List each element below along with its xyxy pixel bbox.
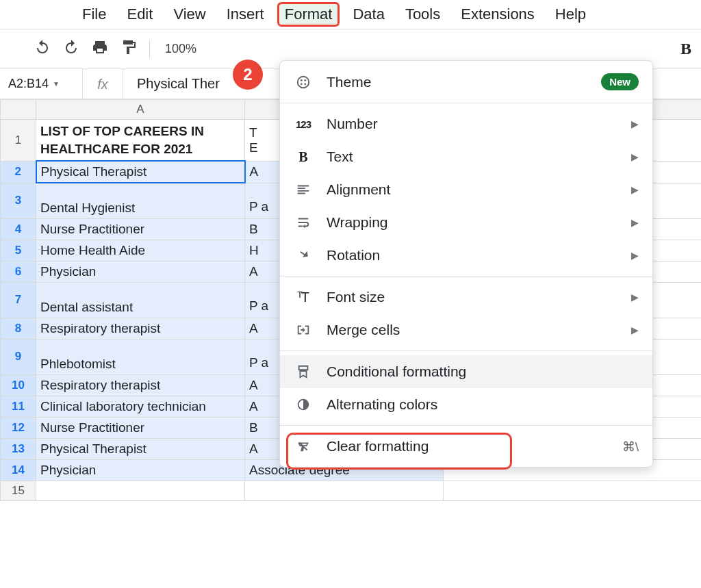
cell[interactable]: Nurse Practitioner [36, 218, 245, 240]
menu-item-alternating-colors[interactable]: Alternating colors [280, 388, 652, 421]
undo-icon[interactable] [34, 39, 51, 59]
redo-icon[interactable] [63, 39, 79, 59]
format-menu-dropdown: Theme New 123 Number ▶ B Text ▶ Alignmen… [279, 60, 653, 468]
cell[interactable]: Dental assistant [36, 282, 245, 318]
separator [149, 40, 150, 59]
cell[interactable]: Phlebotomist [36, 339, 245, 374]
row-header[interactable]: 6 [1, 261, 36, 282]
paint-format-icon[interactable] [120, 39, 137, 59]
cell[interactable] [36, 481, 245, 500]
menu-data[interactable]: Data [353, 5, 384, 23]
menu-item-alignment[interactable]: Alignment ▶ [280, 173, 652, 206]
row-header[interactable]: 5 [1, 240, 36, 261]
menu-item-label: Number [327, 116, 617, 132]
cell[interactable]: Physician [36, 261, 245, 282]
menubar: FileEditViewInsertFormatDataToolsExtensi… [0, 0, 701, 29]
print-icon[interactable] [92, 39, 108, 59]
clear-icon [294, 439, 313, 454]
svg-point-1 [301, 79, 303, 81]
menu-format[interactable]: Format [277, 2, 340, 27]
row-header[interactable]: 10 [1, 374, 36, 396]
123-icon: 123 [294, 118, 313, 130]
menu-edit[interactable]: Edit [127, 5, 153, 23]
menu-view[interactable]: View [173, 5, 205, 23]
menu-item-text[interactable]: B Text ▶ [280, 140, 652, 173]
rot-icon [294, 248, 313, 263]
menu-item-conditional-formatting[interactable]: Conditional formatting [280, 355, 652, 388]
corner-cell[interactable] [1, 100, 36, 120]
cell[interactable]: Nurse Practitioner [36, 417, 245, 438]
bold-button[interactable]: B [680, 40, 691, 58]
name-box-value: A2:B14 [8, 77, 49, 91]
cell[interactable]: Respiratory therapist [36, 318, 245, 339]
menu-item-label: Alternating colors [327, 396, 639, 413]
submenu-arrow-icon: ▶ [631, 217, 639, 228]
alt-icon [294, 397, 313, 412]
cell[interactable]: Home Health Aide [36, 240, 245, 261]
zoom-level[interactable]: 100% [165, 42, 196, 56]
new-badge: New [601, 73, 639, 90]
step-badge-2: 2 [233, 60, 263, 90]
submenu-arrow-icon: ▶ [631, 292, 639, 303]
submenu-arrow-icon: ▶ [631, 118, 639, 129]
menu-help[interactable]: Help [555, 5, 586, 23]
menu-item-clear-formatting[interactable]: Clear formatting ⌘\ [280, 430, 652, 463]
cell[interactable] [444, 481, 702, 500]
cell[interactable]: Dental Hygienist [36, 183, 245, 218]
cell[interactable]: Clinical laboratory technician [36, 396, 245, 417]
merge-icon [294, 322, 313, 337]
menu-item-label: Conditional formatting [327, 363, 639, 380]
row-header[interactable]: 12 [1, 417, 36, 438]
menu-insert[interactable]: Insert [227, 5, 264, 23]
row-header[interactable]: 14 [1, 459, 36, 481]
theme-icon [294, 75, 313, 90]
menu-item-theme[interactable]: Theme New [280, 65, 652, 99]
menu-item-wrapping[interactable]: Wrapping ▶ [280, 206, 652, 239]
row-header[interactable]: 13 [1, 438, 36, 459]
name-box[interactable]: A2:B14 ▼ [0, 77, 82, 91]
submenu-arrow-icon: ▶ [631, 151, 639, 162]
svg-point-2 [304, 79, 306, 81]
menu-item-merge-cells[interactable]: Merge cells ▶ [280, 314, 652, 346]
fsize-icon: TT [294, 290, 313, 305]
row-header[interactable]: 3 [1, 183, 36, 218]
cell[interactable]: Physical Therapist [36, 438, 245, 459]
menu-item-number[interactable]: 123 Number ▶ [280, 107, 652, 140]
cell[interactable]: LIST OF TOP CAREERS IN HEALTHCARE FOR 20… [36, 120, 245, 162]
formula-value[interactable]: Physical Ther [123, 76, 220, 92]
menu-item-label: Clear formatting [327, 438, 609, 455]
cell[interactable]: Physician [36, 459, 245, 481]
submenu-arrow-icon: ▶ [631, 324, 639, 335]
row-header[interactable]: 4 [1, 218, 36, 240]
col-header-a[interactable]: A [36, 100, 245, 120]
bold-icon: B [294, 149, 313, 165]
row-header[interactable]: 1 [1, 120, 36, 162]
wrap-icon [294, 215, 313, 230]
row-header[interactable]: 7 [1, 282, 36, 318]
menu-item-label: Theme [327, 74, 587, 90]
menu-item-rotation[interactable]: Rotation ▶ [280, 239, 652, 272]
row-header[interactable]: 9 [1, 339, 36, 374]
submenu-arrow-icon: ▶ [631, 184, 639, 195]
align-icon [294, 182, 313, 197]
chevron-down-icon: ▼ [53, 80, 60, 88]
cell[interactable]: Respiratory therapist [36, 374, 245, 396]
row-header[interactable]: 2 [1, 161, 36, 183]
cf-icon [294, 364, 313, 379]
menu-file[interactable]: File [82, 5, 106, 23]
row-header[interactable]: 8 [1, 318, 36, 339]
row-header[interactable]: 11 [1, 396, 36, 417]
cell[interactable] [245, 481, 444, 500]
menu-item-label: Rotation [327, 247, 617, 264]
fx-label: fx [82, 69, 123, 99]
submenu-arrow-icon: ▶ [631, 250, 639, 261]
svg-point-0 [298, 76, 309, 88]
shortcut: ⌘\ [622, 439, 639, 455]
row-header[interactable]: 15 [1, 481, 36, 500]
menu-extensions[interactable]: Extensions [461, 5, 535, 23]
menu-item-label: Font size [327, 289, 617, 305]
menu-item-font-size[interactable]: TT Font size ▶ [280, 281, 652, 314]
svg-point-4 [304, 83, 306, 85]
cell[interactable]: Physical Therapist [36, 161, 245, 183]
menu-tools[interactable]: Tools [405, 5, 440, 23]
